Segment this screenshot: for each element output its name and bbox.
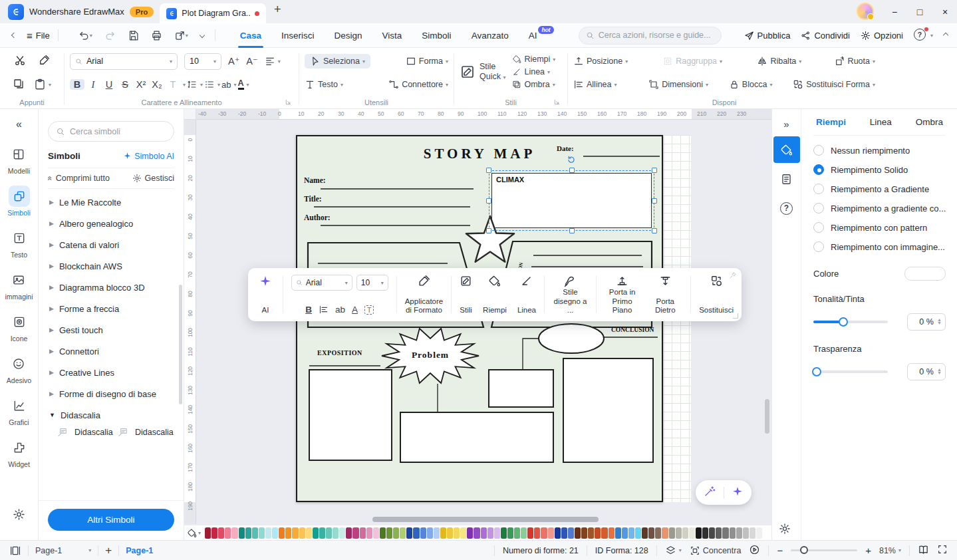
format-painter-floating-button[interactable]: Applicatore di Formato: [401, 273, 448, 316]
resize-handle[interactable]: [569, 168, 575, 173]
align-shapes-button[interactable]: Allinea▾: [573, 79, 642, 90]
zoom-knob[interactable]: [800, 546, 808, 554]
draw-style-button[interactable]: Stile disegno a ...: [549, 273, 592, 316]
palette-swatch[interactable]: [507, 527, 513, 539]
align-button[interactable]: ▾: [265, 56, 281, 67]
avatar[interactable]: [857, 3, 874, 20]
layers-button[interactable]: ▾: [665, 545, 682, 556]
help-button[interactable]: ?▾: [914, 29, 933, 42]
superscript-button[interactable]: X²: [134, 79, 148, 90]
v-scroll-thumb[interactable]: [765, 399, 769, 434]
palette-swatch[interactable]: [595, 527, 601, 539]
palette-swatch[interactable]: [319, 527, 325, 539]
palette-swatch[interactable]: [561, 527, 567, 539]
palette-swatch[interactable]: [588, 527, 594, 539]
palette-swatch[interactable]: [239, 527, 245, 539]
palette-swatch[interactable]: [555, 527, 561, 539]
subscript-button[interactable]: X₂: [150, 79, 164, 90]
sidebar-item-icone[interactable]: Icone: [9, 311, 30, 343]
underline-button[interactable]: U: [102, 79, 116, 90]
character-spacing-button[interactable]: ab▾: [221, 80, 236, 90]
tint-slider[interactable]: [813, 321, 888, 323]
sidebar-item-testo[interactable]: Testo: [9, 227, 30, 259]
overview-button[interactable]: [918, 544, 929, 557]
back-icon[interactable]: [11, 33, 17, 38]
palette-swatch[interactable]: [730, 527, 736, 539]
palette-swatch[interactable]: [225, 527, 231, 539]
palette-swatch[interactable]: [514, 527, 520, 539]
expand-group-icon[interactable]: [553, 98, 561, 107]
collapse-sidebar-icon[interactable]: «: [16, 118, 22, 130]
menu-tab[interactable]: Casa: [230, 23, 271, 48]
palette-swatch[interactable]: [689, 527, 695, 539]
palette-swatch[interactable]: [750, 527, 755, 539]
font-size-select[interactable]: 10▾: [184, 53, 221, 70]
problem-label[interactable]: Problem: [397, 350, 464, 360]
ai-button[interactable]: AI: [252, 273, 279, 316]
transparency-slider[interactable]: [813, 370, 888, 373]
palette-swatch[interactable]: [501, 527, 507, 539]
symbol-category[interactable]: ▶Gesti touch: [39, 319, 184, 341]
palette-swatch[interactable]: [360, 527, 366, 539]
panel-tab[interactable]: Ombra: [916, 117, 943, 127]
symbol-item[interactable]: Didascalia: [56, 427, 116, 436]
symbol-category[interactable]: ▶Forme di disegno di base: [39, 383, 184, 404]
palette-swatch[interactable]: [709, 527, 715, 539]
symbol-category[interactable]: ▶Connettori: [39, 341, 184, 362]
ai-sparkle-button[interactable]: [732, 486, 744, 499]
replace-shape-button[interactable]: Sostituisci Forma▾: [793, 79, 875, 90]
font-family-select[interactable]: Arial▾: [70, 53, 178, 70]
palette-swatch[interactable]: [467, 527, 473, 539]
palette-swatch[interactable]: [400, 527, 406, 539]
resize-handle[interactable]: [652, 168, 657, 173]
palette-swatch[interactable]: [380, 527, 386, 539]
floating-align-button[interactable]: [319, 305, 329, 315]
palette-swatch[interactable]: [406, 527, 412, 539]
palette-swatch[interactable]: [346, 527, 352, 539]
flip-button[interactable]: Ribalta▾: [757, 56, 818, 67]
menu-tab[interactable]: Simboli: [412, 23, 461, 48]
palette-swatch[interactable]: [272, 527, 278, 539]
position-button[interactable]: Posizione▾: [573, 56, 646, 67]
decrease-font-button[interactable]: A⁻: [246, 56, 257, 67]
bullet-list-button[interactable]: ▾: [204, 79, 220, 90]
symbol-category[interactable]: ▶Le Mie Raccolte: [39, 192, 184, 213]
fill-option[interactable]: Nessun riempimento: [813, 145, 946, 156]
toolbar-resize-corner[interactable]: [733, 313, 738, 319]
palette-swatch[interactable]: [676, 527, 682, 539]
sidebar-item-widget[interactable]: Widget: [8, 437, 30, 468]
palette-swatch[interactable]: [386, 527, 392, 539]
palette-swatch[interactable]: [581, 527, 587, 539]
minimize-button[interactable]: −: [889, 7, 900, 17]
palette-swatch[interactable]: [682, 527, 688, 539]
palette-swatch[interactable]: [635, 527, 641, 539]
canvas-area[interactable]: -40-30-20-100102030405060708090100110120…: [184, 109, 771, 540]
line-button[interactable]: Linea▾: [512, 67, 555, 76]
palette-swatch[interactable]: [326, 527, 332, 539]
group-button[interactable]: Raggruppa▾: [662, 56, 741, 67]
close-button[interactable]: ×: [940, 7, 950, 17]
fill-button[interactable]: Riempi▾: [512, 55, 555, 64]
line-spacing-button[interactable]: ▾: [187, 79, 203, 90]
rotate-handle[interactable]: [567, 155, 576, 166]
options-button[interactable]: Opzioni: [861, 31, 903, 41]
zoom-out-button[interactable]: −: [777, 545, 783, 556]
page-tab[interactable]: Page-1: [126, 546, 153, 555]
palette-swatch[interactable]: [454, 527, 460, 539]
diagram-title[interactable]: STORY MAP: [297, 146, 662, 162]
palette-swatch[interactable]: [622, 527, 628, 539]
quick-style-button[interactable]: StileQuick ▾: [460, 62, 505, 82]
palette-swatch[interactable]: [420, 527, 426, 539]
conclusion-label[interactable]: CONCLUSION: [611, 327, 654, 333]
palette-swatch[interactable]: [487, 527, 493, 539]
fill-color-dropdown[interactable]: ▾: [187, 528, 201, 538]
notes-tool-tab[interactable]: [773, 166, 800, 192]
resize-handle[interactable]: [569, 228, 575, 233]
page-menu[interactable]: Page-1▾: [35, 546, 91, 555]
focus-button[interactable]: Concentra: [690, 545, 742, 556]
help-tool-tab[interactable]: ?: [773, 195, 800, 221]
palette-swatch[interactable]: [245, 527, 251, 539]
floating-font-size-select[interactable]: 10▾: [356, 275, 388, 291]
fill-option[interactable]: Riempimento con pattern: [813, 222, 946, 233]
global-search[interactable]: [579, 27, 722, 45]
